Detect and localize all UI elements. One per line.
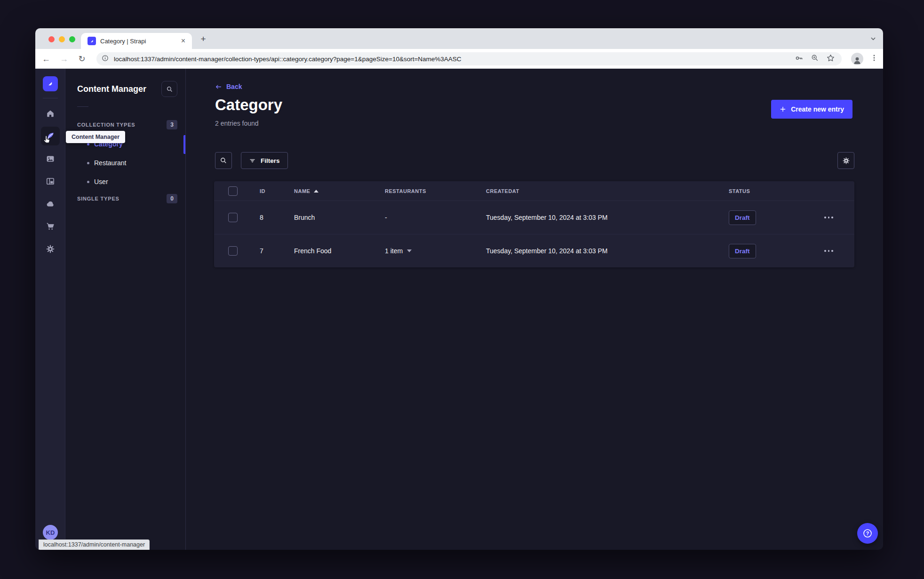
table-header-row: ID NAME RESTAURANTS CREATEDAT STATUS [214, 181, 854, 201]
strapi-logo[interactable] [43, 76, 58, 91]
browser-menu-icon[interactable] [870, 54, 878, 64]
password-key-icon[interactable] [795, 54, 804, 64]
site-info-icon[interactable] [101, 54, 109, 64]
svg-text:?: ? [866, 531, 869, 536]
cell-restaurants: - [385, 214, 486, 221]
content-manager-tooltip: Content Manager [66, 131, 125, 143]
zoom-page-icon[interactable] [811, 54, 819, 64]
bookmark-star-icon[interactable] [826, 54, 835, 64]
user-avatar[interactable]: KD [43, 525, 58, 540]
subnav-item-user[interactable]: User [65, 172, 185, 191]
table-search-button[interactable] [215, 152, 232, 169]
address-bar[interactable]: localhost:1337/admin/content-manager/col… [96, 52, 842, 65]
question-mark-icon: ? [862, 528, 873, 539]
forward-nav-icon[interactable]: → [59, 54, 69, 64]
cell-name: Brunch [294, 214, 385, 221]
subnav-title: Content Manager [77, 84, 146, 94]
gear-icon [842, 157, 850, 165]
sidebar-item-marketplace[interactable] [41, 217, 60, 236]
create-new-entry-button[interactable]: Create new entry [771, 100, 852, 119]
status-badge: Draft [729, 244, 756, 258]
subnav-item-restaurant[interactable]: Restaurant [65, 153, 185, 172]
bullet-icon [87, 143, 89, 145]
cell-createdat: Tuesday, September 10, 2024 at 3:03 PM [486, 214, 729, 221]
col-header-name[interactable]: NAME [294, 188, 385, 194]
entries-count: 2 entries found [215, 120, 259, 127]
traffic-lights [48, 36, 75, 42]
filters-label: Filters [261, 157, 280, 164]
main-content: Back Category 2 entries found Create new… [186, 69, 883, 550]
col-header-restaurants[interactable]: RESTAURANTS [385, 188, 486, 194]
select-all-checkbox[interactable] [228, 186, 238, 196]
status-badge: Draft [729, 210, 756, 225]
collection-types-label: COLLECTION TYPES [77, 122, 135, 128]
sidebar-item-content-type-builder[interactable] [41, 172, 60, 191]
col-header-id[interactable]: ID [260, 188, 294, 194]
table-row[interactable]: 7 French Food 1 item Tuesday, September … [214, 234, 854, 267]
tab-close-icon[interactable]: × [179, 36, 187, 46]
row-checkbox[interactable] [228, 213, 238, 222]
maximize-window-button[interactable] [69, 36, 75, 42]
filter-icon [249, 157, 256, 164]
table-row[interactable]: 8 Brunch - Tuesday, September 10, 2024 a… [214, 201, 854, 234]
col-header-status[interactable]: STATUS [729, 188, 823, 194]
close-window-button[interactable] [48, 36, 55, 42]
active-item-indicator [183, 135, 185, 154]
minimize-window-button[interactable] [59, 36, 65, 42]
filters-button[interactable]: Filters [241, 152, 288, 169]
cell-createdat: Tuesday, September 10, 2024 at 3:03 PM [486, 247, 729, 255]
create-button-label: Create new entry [791, 105, 844, 113]
bullet-icon [87, 181, 89, 183]
strapi-favicon [88, 37, 96, 45]
bullet-icon [87, 162, 89, 164]
col-header-createdat[interactable]: CREATEDAT [486, 188, 729, 194]
subnav-item-label: Restaurant [94, 159, 126, 167]
help-button[interactable]: ? [857, 523, 878, 544]
browser-tab[interactable]: Category | Strapi × [81, 33, 192, 49]
single-types-label: SINGLE TYPES [77, 196, 119, 201]
single-types-count-badge: 0 [167, 194, 177, 203]
table-settings-button[interactable] [837, 152, 854, 169]
sort-ascending-icon [314, 190, 319, 193]
reload-icon[interactable]: ↻ [77, 54, 87, 64]
sidebar-item-settings[interactable] [41, 240, 60, 258]
row-checkbox[interactable] [228, 246, 238, 256]
chevron-down-icon [407, 249, 412, 252]
row-actions-menu-icon[interactable] [823, 248, 854, 254]
browser-window: Category | Strapi × + ← → ↻ localhost:13… [35, 28, 883, 550]
browser-tabstrip: Category | Strapi × + [35, 28, 883, 49]
sidebar-item-home[interactable] [41, 104, 60, 123]
subnav-divider [77, 106, 88, 107]
entries-table: ID NAME RESTAURANTS CREATEDAT STATUS 8 B… [214, 181, 854, 267]
cell-restaurants[interactable]: 1 item [385, 247, 486, 255]
back-link[interactable]: Back [215, 83, 242, 90]
search-icon [220, 157, 227, 164]
sidebar-divider [43, 98, 58, 98]
back-label: Back [226, 83, 242, 90]
plus-icon [780, 106, 786, 113]
back-nav-icon[interactable]: ← [41, 54, 51, 64]
arrow-left-icon [215, 83, 222, 90]
browser-toolbar: ← → ↻ localhost:1337/admin/content-manag… [35, 49, 883, 69]
subnav-search-button[interactable] [161, 81, 177, 97]
new-tab-button[interactable]: + [198, 33, 209, 45]
cell-name: French Food [294, 247, 385, 255]
tab-title: Category | Strapi [100, 38, 175, 45]
sidebar-item-cloud[interactable] [41, 194, 60, 213]
link-preview-statusbar: localhost:1337/admin/content-manager [39, 539, 150, 550]
subnav-item-label: User [94, 178, 108, 185]
page-title: Category [215, 96, 282, 114]
tab-search-chevron-icon[interactable] [869, 34, 877, 43]
cell-id: 7 [260, 247, 294, 255]
url-text[interactable]: localhost:1337/admin/content-manager/col… [114, 56, 790, 63]
cell-id: 8 [260, 214, 294, 221]
collection-types-count-badge: 3 [167, 120, 177, 129]
strapi-app: KD Content Manager COLLECTION TYPES 3 Ca… [35, 69, 883, 550]
browser-profile-avatar[interactable] [851, 53, 863, 65]
row-actions-menu-icon[interactable] [823, 215, 854, 220]
sidebar-item-media-library[interactable] [41, 149, 60, 168]
hand-cursor-icon [42, 135, 52, 147]
